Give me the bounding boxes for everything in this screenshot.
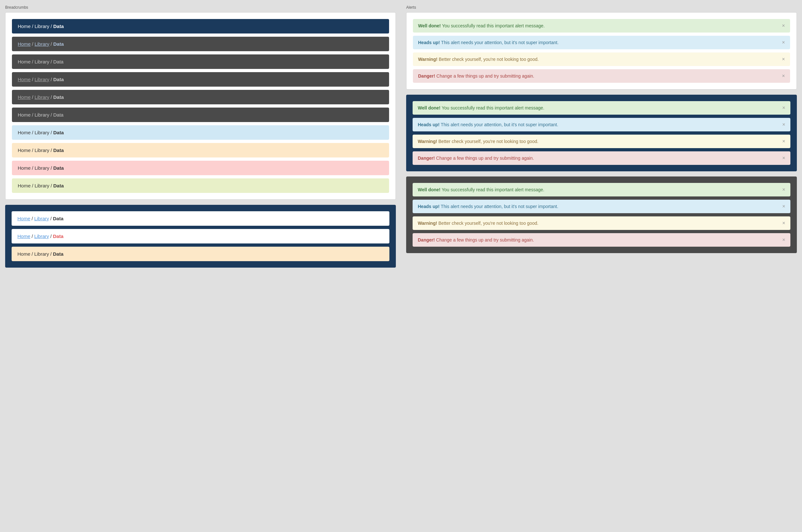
alert-success-message: You successfully read this important ale… bbox=[441, 23, 545, 28]
alerts-column: Alerts Well done! You successfully read … bbox=[401, 0, 802, 532]
breadcrumb-dark-gray-plain: Home / Library / Data bbox=[12, 54, 389, 69]
breadcrumb-library-link[interactable]: Library bbox=[35, 23, 49, 29]
breadcrumb-home-link[interactable]: Home bbox=[18, 23, 31, 29]
alert-danger-text-blue: Danger! Change a few things up and try s… bbox=[418, 155, 779, 161]
breadcrumbs-panel-dark-blue: Home / Library / Data Home / Library / D… bbox=[5, 205, 396, 268]
breadcrumb-orange-bottom: Home / Library / Data bbox=[12, 247, 389, 261]
breadcrumb-light-orange: Home / Library / Data bbox=[12, 143, 389, 157]
alert-info-message: This alert needs your attention, but it'… bbox=[440, 40, 559, 45]
alert-danger-text: Danger! Change a few things up and try s… bbox=[418, 73, 778, 79]
breadcrumb-home4[interactable]: Home bbox=[18, 77, 31, 82]
alert-success-close-blue[interactable]: × bbox=[782, 105, 785, 111]
alert-danger-blue: Danger! Change a few things up and try s… bbox=[413, 151, 790, 165]
alert-info-close-blue[interactable]: × bbox=[782, 122, 785, 128]
breadcrumb-current5: Data bbox=[53, 94, 64, 100]
alert-success-msg-gray: You successfully read this important ale… bbox=[441, 187, 544, 192]
breadcrumb-home12[interactable]: Home bbox=[17, 233, 30, 239]
alert-info-text-gray: Heads up! This alert needs your attentio… bbox=[418, 204, 779, 209]
breadcrumb-library11[interactable]: Library bbox=[34, 216, 49, 221]
breadcrumb-library3: Library bbox=[35, 59, 49, 64]
breadcrumb-white-pink: Home / Library / Data bbox=[12, 229, 389, 244]
breadcrumb-home5[interactable]: Home bbox=[18, 94, 31, 100]
breadcrumb-white: Home / Library / Data bbox=[12, 211, 389, 226]
breadcrumb-home3: Home bbox=[18, 59, 31, 64]
alert-info-msg-blue: This alert needs your attention, but it'… bbox=[440, 122, 558, 127]
breadcrumbs-column: Breadcrumbs Home / Library / Data Home /… bbox=[0, 0, 401, 532]
breadcrumb-dark-gray-plain2: Home / Library / Data bbox=[12, 108, 389, 122]
breadcrumb-home-link2[interactable]: Home bbox=[18, 41, 31, 47]
breadcrumb-dark-gray-link: Home / Library / Data bbox=[12, 37, 389, 51]
alert-warning-message: Better check yourself, you're not lookin… bbox=[437, 57, 539, 62]
alert-info-white: Heads up! This alert needs your attentio… bbox=[413, 36, 790, 49]
breadcrumb-current2: Data bbox=[53, 41, 64, 47]
alert-warning-close-button[interactable]: × bbox=[782, 56, 785, 62]
alert-success-close-gray[interactable]: × bbox=[782, 187, 785, 193]
breadcrumb-current: Data bbox=[53, 23, 64, 29]
breadcrumb-library-link2[interactable]: Library bbox=[35, 41, 49, 47]
alert-danger-close-blue[interactable]: × bbox=[782, 155, 785, 161]
alert-info-text: Heads up! This alert needs your attentio… bbox=[418, 40, 778, 45]
breadcrumb-current11: Data bbox=[53, 216, 63, 221]
alert-success-blue: Well done! You successfully read this im… bbox=[413, 101, 790, 115]
breadcrumbs-panel-white: Home / Library / Data Home / Library / D… bbox=[5, 12, 396, 200]
alert-warning-close-blue[interactable]: × bbox=[782, 138, 785, 144]
alert-danger-message: Change a few things up and try submittin… bbox=[435, 73, 534, 79]
breadcrumb-home11[interactable]: Home bbox=[17, 216, 30, 221]
alert-danger-msg-gray: Change a few things up and try submittin… bbox=[435, 238, 534, 243]
alert-success-label-blue: Well done! bbox=[418, 105, 441, 111]
alert-info-close-button[interactable]: × bbox=[782, 40, 785, 45]
alert-warning-gray: Warning! Better check yourself, you're n… bbox=[413, 216, 790, 230]
alert-info-close-gray[interactable]: × bbox=[782, 204, 785, 209]
breadcrumb-current3: Data bbox=[53, 59, 63, 64]
alert-info-label-blue: Heads up! bbox=[418, 122, 440, 127]
alert-success-white: Well done! You successfully read this im… bbox=[413, 19, 790, 33]
alert-danger-label-gray: Danger! bbox=[418, 238, 435, 243]
alert-danger-close-button[interactable]: × bbox=[782, 73, 785, 79]
alert-warning-msg-blue: Better check yourself, you're not lookin… bbox=[437, 139, 538, 144]
breadcrumb-home10: Home bbox=[18, 183, 31, 188]
breadcrumb-library5[interactable]: Library bbox=[35, 94, 49, 100]
sep2: / bbox=[51, 23, 52, 29]
alerts-panel-dark-blue: Well done! You successfully read this im… bbox=[406, 95, 797, 171]
breadcrumb-home7: Home bbox=[18, 130, 31, 135]
breadcrumb-library13: Library bbox=[34, 251, 49, 256]
breadcrumb-light-pink: Home / Library / Data bbox=[12, 161, 389, 175]
alert-warning-text-gray: Warning! Better check yourself, you're n… bbox=[418, 221, 779, 226]
alert-success-msg-blue: You successfully read this important ale… bbox=[441, 105, 544, 111]
breadcrumb-dark-gray-bold2: Home / Library / Data bbox=[12, 90, 389, 104]
breadcrumb-library4[interactable]: Library bbox=[35, 77, 49, 82]
alert-info-blue: Heads up! This alert needs your attentio… bbox=[413, 118, 790, 131]
breadcrumb-light-green: Home / Library / Data bbox=[12, 178, 389, 193]
alert-success-label-gray: Well done! bbox=[418, 187, 441, 192]
breadcrumb-home13: Home bbox=[17, 251, 30, 256]
alert-success-close-button[interactable]: × bbox=[782, 23, 785, 28]
alerts-panel-white: Well done! You successfully read this im… bbox=[406, 12, 797, 90]
breadcrumb-current6: Data bbox=[53, 112, 63, 117]
breadcrumb-home9: Home bbox=[18, 165, 31, 171]
breadcrumb-current12: Data bbox=[53, 233, 63, 239]
alert-success-text-gray: Well done! You successfully read this im… bbox=[418, 187, 779, 192]
breadcrumb-library6: Library bbox=[35, 112, 49, 117]
alert-success-label: Well done! bbox=[418, 23, 441, 28]
alert-warning-text-blue: Warning! Better check yourself, you're n… bbox=[418, 139, 779, 144]
alert-danger-label: Danger! bbox=[418, 73, 435, 79]
alert-warning-msg-gray: Better check yourself, you're not lookin… bbox=[437, 221, 538, 226]
alerts-label: Alerts bbox=[406, 5, 797, 10]
alert-info-msg-gray: This alert needs your attention, but it'… bbox=[440, 204, 558, 209]
breadcrumb-dark-gray-bold: Home / Library / Data bbox=[12, 72, 389, 87]
breadcrumb-library12[interactable]: Library bbox=[34, 233, 49, 239]
alert-warning-close-gray[interactable]: × bbox=[782, 220, 785, 226]
alert-info-label-gray: Heads up! bbox=[418, 204, 440, 209]
sep1: / bbox=[32, 23, 33, 29]
breadcrumb-current7: Data bbox=[53, 130, 64, 135]
breadcrumb-current10: Data bbox=[53, 183, 64, 188]
breadcrumb-library7: Library bbox=[35, 130, 49, 135]
breadcrumb-home6: Home bbox=[18, 112, 31, 117]
alert-info-gray: Heads up! This alert needs your attentio… bbox=[413, 200, 790, 213]
alert-info-text-blue: Heads up! This alert needs your attentio… bbox=[418, 122, 779, 127]
alert-danger-close-gray[interactable]: × bbox=[782, 237, 785, 243]
breadcrumb-current13: Data bbox=[53, 251, 63, 256]
breadcrumb-current9: Data bbox=[53, 165, 64, 171]
alert-warning-text: Warning! Better check yourself, you're n… bbox=[418, 57, 778, 62]
alert-warning-label-gray: Warning! bbox=[418, 221, 437, 226]
